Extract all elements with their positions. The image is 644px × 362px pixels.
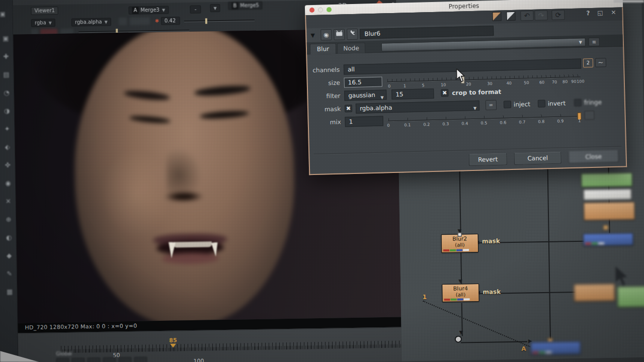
mask-equals-button[interactable]: =	[486, 100, 497, 111]
center-node-button[interactable]: ◉	[320, 29, 332, 41]
node-name-field[interactable]: Blur6	[360, 26, 494, 39]
window-title: Properties	[448, 3, 479, 11]
gain-slider-handle[interactable]	[205, 18, 207, 24]
mix-slider[interactable]: 0 0.1 0.2 0.3 0.4 0.5 0.6 0.7 0.8 0.9 1	[388, 116, 580, 122]
crop-to-format-label: crop to format	[452, 88, 501, 97]
mask-channel-dropdown[interactable]: rgba.alpha ▼	[356, 101, 479, 114]
mask-wire-label: mask	[482, 237, 500, 245]
viewer-wipe-icon[interactable]	[119, 18, 127, 25]
tool-icon-10[interactable]: ⊕	[6, 216, 11, 223]
timeline-playhead[interactable]: 85	[166, 337, 181, 350]
tool-icon-14[interactable]: ▦	[7, 288, 13, 296]
gain-toggle-icon[interactable]: ✱	[155, 18, 159, 24]
tab-menu-button[interactable]: ≡	[589, 38, 600, 47]
channels-curve-button[interactable]: ~	[595, 58, 606, 67]
toolbar-top-icon[interactable]: ▣	[0, 11, 6, 18]
viewer-alpha-dropdown[interactable]: rgba.alpha▼	[71, 18, 111, 26]
node-blur-lower[interactable]	[574, 284, 615, 302]
viewer-input-b-dropdown[interactable]: BMerge5	[228, 2, 263, 10]
node-blur4[interactable]: Blur4 (all)	[442, 284, 479, 302]
viewer-ab-blend-button[interactable]: -	[190, 6, 201, 14]
minimize-window-button[interactable]	[318, 7, 323, 12]
frame-range-dropdown[interactable]: Global	[56, 351, 72, 356]
transport-controls	[56, 356, 147, 362]
close-button[interactable]: Close	[568, 150, 619, 164]
node-merge-right[interactable]	[583, 233, 633, 246]
tab-blur[interactable]: Blur	[310, 43, 337, 54]
size-field[interactable]: 16.5	[344, 77, 382, 88]
redo-button[interactable]: ↷	[534, 10, 547, 21]
prev-frame-button[interactable]	[71, 357, 85, 362]
crop-to-format-checkbox[interactable]: ✖	[441, 89, 448, 97]
channels-layers-button[interactable]: 2	[583, 58, 593, 68]
tool-icon-2[interactable]: ▤	[3, 71, 10, 78]
tool-icon-4[interactable]: ◑	[4, 107, 10, 115]
tool-icon-8[interactable]: ◉	[5, 179, 11, 187]
node-monitor-button[interactable]	[334, 29, 345, 40]
node-merge-bottom[interactable]	[530, 341, 581, 355]
timeline-label-100: 100	[193, 358, 204, 362]
stop-button[interactable]	[103, 357, 116, 362]
revert-button[interactable]: Revert	[468, 153, 507, 166]
help-button[interactable]: ?	[586, 10, 590, 17]
tool-icon-1[interactable]: ✚	[3, 53, 9, 60]
viewer-input-a-dropdown[interactable]: AMerge3▼	[128, 6, 169, 15]
play-backward-button[interactable]	[87, 357, 100, 362]
chevron-down-icon: ▼	[105, 20, 108, 25]
tool-icon-0[interactable]: ▣	[3, 35, 9, 42]
tool-icon-9[interactable]: ✕	[6, 198, 11, 205]
next-frame-button[interactable]	[134, 356, 147, 362]
tool-icon-12[interactable]: ◆	[7, 252, 12, 259]
viewer-tab[interactable]: Viewer1	[31, 7, 58, 15]
play-forward-button[interactable]	[118, 357, 131, 362]
node-premult[interactable]	[583, 189, 631, 201]
node-settings-button[interactable]	[347, 29, 358, 40]
tool-icon-5[interactable]: ✦	[5, 125, 10, 133]
mix-curve-button[interactable]	[584, 111, 594, 120]
tool-icon-13[interactable]: ✎	[7, 270, 12, 278]
toolbar-split-a-icon[interactable]	[492, 12, 501, 21]
zoom-window-button[interactable]	[327, 7, 332, 12]
mask-checkbox[interactable]: ✖	[345, 105, 352, 112]
collapse-triangle-icon[interactable]: ▼	[310, 32, 315, 39]
chevron-down-icon: ▼	[213, 6, 216, 11]
tool-icon-7[interactable]: ✜	[5, 161, 11, 169]
float-panel-button[interactable]: ◱	[597, 9, 603, 16]
viewer-ab-mode-dropdown[interactable]: ▼	[210, 4, 220, 12]
tab-node[interactable]: Node	[337, 42, 366, 53]
tab-overflow-bar[interactable]: ▼	[381, 38, 586, 51]
revert-arrow-button[interactable]: ⟳	[551, 10, 565, 20]
rewind-button[interactable]	[56, 358, 69, 362]
viewer-layer-dropdown[interactable]: rgba▼	[31, 19, 55, 27]
mix-field[interactable]: 1	[345, 116, 383, 127]
close-panel-button[interactable]: ✕	[611, 9, 616, 16]
filter-dropdown[interactable]: gaussian ▼	[344, 89, 386, 101]
mix-label: mix	[308, 117, 341, 128]
fringe-label: fringe	[584, 99, 602, 107]
viewer-lut-dropdown[interactable]	[130, 17, 150, 25]
filter-quality-field[interactable]: 15	[391, 88, 434, 100]
properties-window: Properties ↶ ↷ ⟳ ? ◱ ✕ ▼ ◉	[305, 0, 627, 175]
viewer-gain-slider[interactable]	[184, 20, 255, 22]
tool-icon-6[interactable]: ⬖	[5, 143, 10, 151]
node-read-lower[interactable]	[617, 286, 644, 308]
cancel-button[interactable]: Cancel	[514, 152, 561, 165]
chevron-down-icon: ▼	[380, 93, 384, 102]
size-slider[interactable]: 0 1 5 10 20 30 40 50 60 70 80 90 100	[387, 77, 581, 83]
node-blur2[interactable]: Blur2 (all)	[441, 234, 479, 253]
close-window-button[interactable]	[309, 8, 314, 13]
chevron-down-icon: ▼	[579, 40, 582, 44]
fringe-checkbox[interactable]	[574, 99, 582, 107]
inject-label: inject	[514, 100, 530, 109]
invert-checkbox[interactable]	[538, 100, 545, 107]
node-read-top[interactable]	[581, 172, 632, 188]
node-blur-top[interactable]	[584, 202, 635, 221]
tool-icon-3[interactable]: ◔	[4, 89, 10, 97]
channel-chips	[444, 298, 470, 301]
tool-icon-11[interactable]: ◐	[6, 234, 12, 241]
viewer-gain-field[interactable]: 0.42	[161, 17, 180, 25]
undo-button[interactable]: ↶	[520, 11, 533, 21]
toolbar-split-b-icon[interactable]	[506, 12, 515, 21]
wire-arrow-icon: ▼	[458, 279, 462, 284]
inject-checkbox[interactable]	[504, 101, 511, 108]
